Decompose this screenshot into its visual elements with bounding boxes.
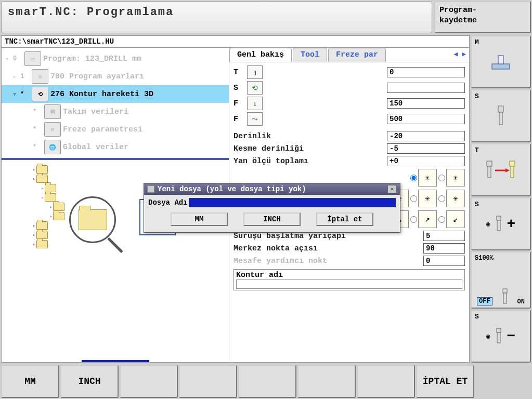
svg-rect-5 bbox=[488, 166, 491, 178]
svg-rect-4 bbox=[487, 161, 492, 166]
tabs-more-icon[interactable]: ◀ ▶ bbox=[451, 48, 469, 62]
svg-rect-0 bbox=[492, 64, 510, 69]
tool-number-input[interactable] bbox=[387, 67, 465, 77]
aux-distance-label: Mesafe yardımcı nokt bbox=[233, 257, 423, 265]
folder-icon bbox=[36, 221, 48, 230]
softkey-empty[interactable] bbox=[357, 365, 415, 398]
contour-name-label: Kontur adı bbox=[236, 271, 462, 280]
softkey-mm[interactable]: MM bbox=[1, 365, 59, 398]
svg-rect-13 bbox=[503, 293, 507, 303]
on-label: ON bbox=[517, 298, 525, 305]
feed2-input[interactable] bbox=[387, 114, 465, 124]
dialog-icon bbox=[147, 185, 154, 193]
depth-label: Derinlik bbox=[233, 132, 387, 141]
softkey-empty[interactable] bbox=[297, 365, 356, 398]
s-override-button[interactable]: S100% OFF ON bbox=[471, 251, 531, 309]
svg-rect-11 bbox=[497, 220, 500, 231]
program-save-button[interactable]: Program- kaydetme bbox=[434, 1, 531, 33]
filename-input[interactable] bbox=[189, 198, 396, 207]
settings-icon: ⚙ bbox=[32, 69, 48, 84]
tab-tool[interactable]: Tool bbox=[293, 48, 327, 62]
side-allowance-label: Yan ölçü toplamı bbox=[233, 157, 387, 166]
tab-mill-param[interactable]: Freze par bbox=[328, 48, 386, 62]
approach-b-icon: ✳ bbox=[418, 190, 437, 207]
s-function-button[interactable]: S bbox=[471, 89, 531, 142]
softkey-empty[interactable] bbox=[238, 365, 296, 398]
spindle-label: S bbox=[233, 84, 244, 92]
program-tree[interactable]: ▿ 0 ▭ Program: 123_DRILL mm ▹ 1 ⚙ 700 Pr… bbox=[2, 48, 229, 158]
softkey-empty[interactable] bbox=[179, 365, 237, 398]
feed-label: F bbox=[233, 99, 244, 108]
tree-row[interactable]: * 🛠 Takım verileri bbox=[2, 103, 229, 121]
feed-side-icon[interactable]: ⤳ bbox=[247, 112, 263, 126]
tree-row-selected[interactable]: ▿ * ⟲ 276 Kontur hareketi 3D bbox=[2, 85, 229, 103]
side-allowance-input[interactable] bbox=[387, 156, 465, 166]
svg-rect-14 bbox=[497, 328, 501, 332]
svg-rect-1 bbox=[498, 56, 503, 64]
cut-depth-label: Kesme derinliği bbox=[233, 144, 387, 153]
mill-direction-radio[interactable]: ✳ ✳ bbox=[410, 169, 465, 187]
contour-icon: ⟲ bbox=[32, 87, 48, 101]
svg-rect-8 bbox=[510, 161, 515, 166]
start-c-icon: ↙ bbox=[446, 210, 465, 228]
folder-icon bbox=[36, 175, 48, 183]
folder-icon bbox=[36, 240, 48, 248]
climb-icon: ✳ bbox=[418, 169, 437, 187]
cut-depth-input[interactable] bbox=[387, 143, 465, 154]
center-angle-input[interactable] bbox=[423, 243, 465, 254]
svg-rect-15 bbox=[497, 332, 500, 343]
conventional-icon: ✳ bbox=[446, 169, 465, 187]
dialog-mm-button[interactable]: MM bbox=[171, 212, 228, 226]
folder-icon bbox=[45, 193, 56, 202]
folder-icon bbox=[53, 212, 64, 220]
start-radius-input[interactable] bbox=[423, 231, 465, 241]
feed-down-icon[interactable]: ⇣ bbox=[247, 97, 263, 110]
svg-marker-7 bbox=[505, 168, 510, 172]
approach-c-icon: ✳ bbox=[446, 190, 465, 207]
softkey-inch[interactable]: INCH bbox=[60, 365, 119, 398]
svg-rect-9 bbox=[511, 166, 514, 178]
folder-icon bbox=[45, 184, 56, 192]
center-angle-label: Merkez nokta açısı bbox=[233, 244, 423, 253]
tool-number-label: T bbox=[233, 68, 244, 77]
tree-row[interactable]: ▹ 1 ⚙ 700 Program ayarları bbox=[2, 68, 229, 85]
svg-rect-12 bbox=[503, 289, 507, 293]
dialog-inch-button[interactable]: INCH bbox=[243, 212, 301, 226]
dialog-title: Yeni dosya (yol ve dosya tipi yok) bbox=[158, 185, 306, 193]
aux-distance-input[interactable] bbox=[423, 256, 465, 266]
tool-icon: 🛠 bbox=[44, 104, 61, 119]
path-bar: TNC:\smarTNC\123_DRILL.HU bbox=[1, 35, 470, 48]
magnifier-icon bbox=[69, 196, 126, 254]
feed-input[interactable] bbox=[387, 98, 465, 109]
svg-rect-2 bbox=[498, 106, 503, 112]
folder-icon bbox=[53, 203, 64, 211]
t-function-button[interactable]: T bbox=[471, 143, 531, 196]
softkey-cancel[interactable]: İPTAL ET bbox=[416, 365, 474, 398]
dialog-cancel-button[interactable]: İptal et bbox=[316, 212, 373, 226]
depth-input[interactable] bbox=[387, 131, 465, 141]
tree-row[interactable]: ▿ 0 ▭ Program: 123_DRILL mm bbox=[2, 50, 229, 68]
filename-label: Dosya Adı bbox=[148, 198, 188, 207]
knob-icon: ◉ bbox=[486, 220, 490, 228]
mill-icon: ⌀ bbox=[44, 122, 61, 137]
spindle-input[interactable] bbox=[387, 83, 465, 93]
s-minus-button[interactable]: S◉− bbox=[471, 310, 531, 363]
tab-overview[interactable]: Genl bakış bbox=[229, 48, 292, 62]
off-badge: OFF bbox=[477, 297, 492, 305]
svg-rect-10 bbox=[497, 216, 501, 220]
knob-icon: ◉ bbox=[486, 332, 490, 340]
tree-row[interactable]: * ⌀ Freze parametresi bbox=[2, 121, 229, 138]
folder-icon bbox=[36, 231, 48, 239]
s-plus-button[interactable]: S◉+ bbox=[471, 197, 531, 250]
new-file-dialog: Yeni dosya (yol ve dosya tipi yok) ✕ Dos… bbox=[144, 183, 400, 233]
dialog-close-button[interactable]: ✕ bbox=[387, 185, 397, 193]
spindle-icon[interactable]: ⟲ bbox=[247, 81, 263, 95]
plus-icon: + bbox=[507, 216, 516, 232]
feed2-label: F bbox=[233, 115, 244, 124]
tool-icon[interactable]: ▯ bbox=[247, 65, 263, 79]
app-title: smarT.NC: Programlama bbox=[1, 1, 432, 33]
tree-row[interactable]: * 🌐 Global veriler bbox=[2, 138, 229, 156]
m-function-button[interactable]: M bbox=[471, 35, 531, 88]
contour-name-input[interactable] bbox=[236, 280, 462, 289]
softkey-empty[interactable] bbox=[120, 365, 178, 398]
